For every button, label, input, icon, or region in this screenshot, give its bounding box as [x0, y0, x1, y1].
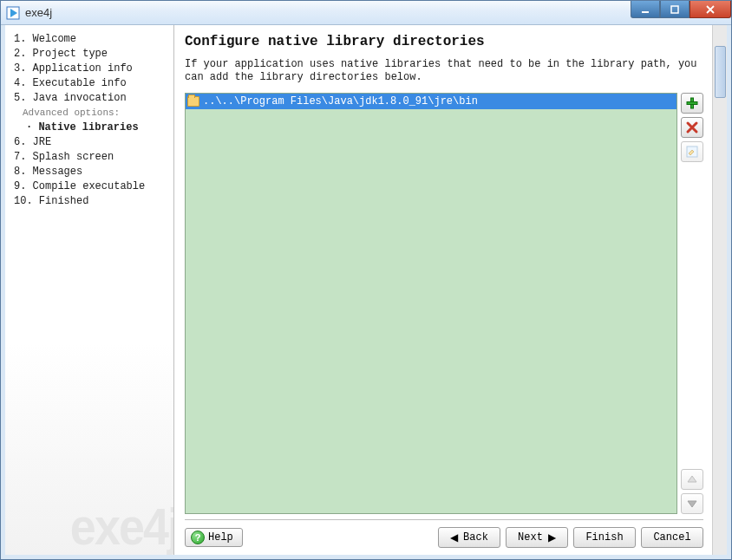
wizard-sidebar: 1. Welcome 2. Project type 3. Applicatio… — [5, 25, 174, 555]
step-native-libraries[interactable]: · Native libraries — [5, 120, 173, 135]
directory-list-area: ..\..\Program Files\Java\jdk1.8.0_91\jre… — [185, 93, 703, 514]
finish-label: Finish — [585, 531, 623, 544]
step-jre[interactable]: 6. JRE — [5, 135, 173, 150]
next-button[interactable]: Next ▶ — [506, 527, 568, 548]
advanced-options-header: Advanced options: — [5, 106, 173, 120]
page-title: Configure native library directories — [185, 34, 703, 49]
maximize-button[interactable] — [660, 1, 690, 18]
list-side-buttons — [681, 93, 703, 514]
step-java-invocation[interactable]: 5. Java invocation — [5, 91, 173, 106]
back-label: Back — [463, 531, 488, 544]
app-window: exe4j 1. Welcome 2. Project type 3. Appl… — [0, 0, 732, 560]
title-bar[interactable]: exe4j — [1, 1, 731, 25]
help-button[interactable]: ? Help — [185, 528, 243, 547]
arrow-right-icon: ▶ — [548, 531, 556, 544]
step-compile-executable[interactable]: 9. Compile executable — [5, 179, 173, 194]
bottom-bar: ? Help ◀ Back Next ▶ Finish — [185, 519, 703, 548]
page-description: If your application uses native librarie… — [185, 58, 703, 84]
step-welcome[interactable]: 1. Welcome — [5, 32, 173, 47]
svg-rect-2 — [642, 11, 649, 13]
step-messages[interactable]: 8. Messages — [5, 165, 173, 179]
edit-icon — [685, 145, 699, 159]
window-title: exe4j — [25, 6, 52, 19]
step-project-type[interactable]: 2. Project type — [5, 47, 173, 62]
svg-marker-8 — [688, 501, 696, 507]
delete-icon — [685, 120, 699, 134]
move-down-button[interactable] — [681, 493, 703, 514]
minimize-button[interactable] — [631, 1, 660, 18]
wizard-steps-list: 1. Welcome 2. Project type 3. Applicatio… — [5, 32, 173, 209]
finish-button[interactable]: Finish — [573, 527, 636, 548]
chevron-up-icon — [686, 473, 698, 485]
remove-button[interactable] — [681, 117, 703, 138]
help-label: Help — [208, 531, 233, 544]
app-icon — [6, 6, 20, 20]
directory-list[interactable]: ..\..\Program Files\Java\jdk1.8.0_91\jre… — [185, 93, 677, 514]
help-icon: ? — [191, 531, 205, 544]
svg-rect-5 — [687, 102, 697, 105]
nav-buttons: ◀ Back Next ▶ Finish Cancel — [438, 527, 703, 548]
step-application-info[interactable]: 3. Application info — [5, 62, 173, 76]
window-body: 1. Welcome 2. Project type 3. Applicatio… — [1, 25, 731, 559]
main-panel: Configure native library directories If … — [174, 25, 712, 555]
window-controls — [631, 1, 731, 18]
folder-icon — [187, 96, 199, 107]
arrow-left-icon: ◀ — [450, 531, 458, 544]
watermark: exe4j — [70, 497, 174, 555]
cancel-label: Cancel — [653, 531, 690, 544]
directory-path: ..\..\Program Files\Java\jdk1.8.0_91\jre… — [203, 95, 478, 107]
move-up-button[interactable] — [681, 469, 703, 490]
directory-row[interactable]: ..\..\Program Files\Java\jdk1.8.0_91\jre… — [186, 94, 676, 109]
close-button[interactable] — [690, 1, 731, 18]
add-button[interactable] — [681, 93, 703, 114]
svg-marker-7 — [688, 476, 696, 482]
chevron-down-icon — [686, 498, 698, 510]
scrollbar-thumb[interactable] — [715, 46, 726, 98]
step-splash-screen[interactable]: 7. Splash screen — [5, 150, 173, 165]
edit-button[interactable] — [681, 141, 703, 162]
step-finished[interactable]: 10. Finished — [5, 194, 173, 209]
window-scrollbar[interactable] — [712, 25, 727, 555]
step-executable-info[interactable]: 4. Executable info — [5, 76, 173, 91]
svg-rect-3 — [671, 6, 678, 13]
back-button[interactable]: ◀ Back — [438, 527, 500, 548]
next-label: Next — [518, 531, 543, 544]
plus-icon — [685, 96, 699, 110]
cancel-button[interactable]: Cancel — [641, 527, 703, 548]
